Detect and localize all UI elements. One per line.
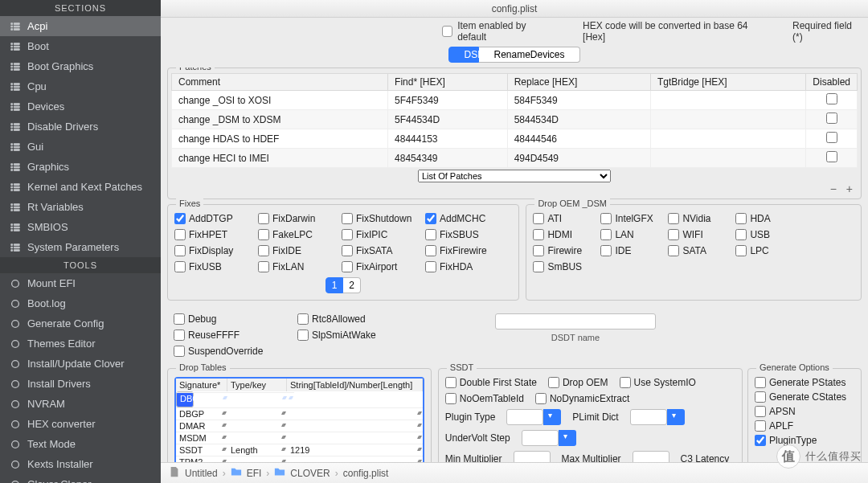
tab-renamedevices[interactable]: RenameDevices [479, 47, 579, 63]
droptable-row[interactable]: DMAR [176, 420, 423, 432]
sidebar-item-boot[interactable]: Boot [0, 36, 161, 56]
checkbox[interactable] [755, 420, 766, 432]
crumb-untitled[interactable]: Untitled [185, 468, 218, 479]
sidebar-item-rt-variables[interactable]: Rt Variables [0, 197, 161, 217]
droptable-row[interactable]: SSDTLength1219 [176, 444, 423, 456]
fix-fixdisplay[interactable]: FixDisplay [174, 245, 247, 256]
checkbox[interactable] [342, 229, 353, 240]
droptable-row[interactable]: DBGP [176, 407, 423, 420]
checkbox[interactable] [668, 229, 679, 240]
fix-fixhpet[interactable]: FixHPET [174, 229, 247, 240]
sidebar-item-disable-drivers[interactable]: Disable Drivers [0, 117, 161, 137]
fix-addmchc[interactable]: AddMCHC [425, 213, 497, 224]
checkbox[interactable] [258, 245, 269, 256]
patch-disabled-checkbox[interactable] [826, 93, 837, 104]
dropoem-lpc[interactable]: LPC [735, 245, 792, 256]
dropoem-ati[interactable]: ATI [533, 213, 589, 224]
sidebar-tool-kexts-installer[interactable]: Kexts Installer [0, 454, 161, 474]
col-comment[interactable]: Comment [172, 74, 388, 91]
checkbox[interactable] [174, 261, 186, 272]
sidebar-tool-install-drivers[interactable]: Install Drivers [0, 374, 161, 394]
checkbox[interactable] [533, 213, 544, 224]
checkbox[interactable] [600, 229, 612, 240]
sidebar-item-smbios[interactable]: SMBIOS [0, 217, 161, 237]
checkbox[interactable] [535, 393, 547, 404]
undervolt-dd[interactable] [559, 430, 576, 446]
sidebar-item-graphics[interactable]: Graphics [0, 157, 161, 177]
fix-fixusb[interactable]: FixUSB [174, 261, 247, 272]
patches-row[interactable]: change _OSI to XOSI5F4F5349584F5349 [172, 91, 858, 110]
patches-row[interactable]: change HECI to IMEI48454349494D4549 [172, 149, 858, 168]
sidebar-tool-clover-cloner[interactable]: Clover Cloner [0, 474, 161, 483]
dropoem-wifi[interactable]: WIFI [668, 229, 724, 240]
checkbox[interactable] [174, 346, 185, 357]
sidebar-tool-generate-config[interactable]: Generate Config [0, 313, 161, 334]
col-disabled[interactable]: Disabled [806, 74, 858, 91]
dt-col-sig[interactable]: Signature* [176, 379, 227, 391]
fix-fixide[interactable]: FixIDE [258, 245, 330, 256]
checkbox[interactable] [445, 393, 457, 404]
checkbox[interactable] [425, 245, 436, 256]
checkbox[interactable] [620, 377, 631, 388]
droptable-row[interactable]: TPM2 [176, 456, 423, 462]
checkbox[interactable] [258, 213, 269, 224]
crumb-efi[interactable]: EFI [247, 468, 262, 479]
checkbox[interactable] [297, 330, 309, 341]
dropoem-hdmi[interactable]: HDMI [533, 229, 589, 240]
sidebar-item-acpi[interactable]: Acpi [0, 16, 161, 36]
fix-fixairport[interactable]: FixAirport [342, 261, 414, 272]
dropoem-firewire[interactable]: Firewire [533, 245, 589, 256]
dropoem-smbus[interactable]: SmBUS [533, 261, 589, 272]
checkbox[interactable] [755, 406, 766, 417]
checkbox[interactable] [258, 229, 269, 240]
sidebar-tool-themes-editor[interactable]: Themes Editor [0, 334, 161, 354]
ssdt-nooemtableid[interactable]: NoOemTableId [445, 393, 524, 404]
patch-disabled-checkbox[interactable] [826, 132, 837, 143]
fixes-page-1[interactable]: 1 [326, 277, 343, 293]
plugin-type-input[interactable] [506, 409, 543, 425]
checkbox[interactable] [735, 245, 747, 256]
fix-fixsbus[interactable]: FixSBUS [425, 229, 497, 240]
misc-reuseffff[interactable]: ReuseFFFF [174, 330, 286, 341]
dropoem-usb[interactable]: USB [735, 229, 792, 240]
sidebar-item-kernel-and-kext-patches[interactable]: Kernel and Kext Patches [0, 177, 161, 197]
checkbox[interactable] [258, 261, 269, 272]
checkbox[interactable] [735, 229, 747, 240]
gen-aplf[interactable]: APLF [755, 420, 854, 432]
checkbox[interactable] [174, 229, 186, 240]
checkbox[interactable] [174, 313, 185, 325]
checkbox[interactable] [755, 377, 766, 388]
sidebar-tool-nvram[interactable]: NVRAM [0, 394, 161, 414]
ssdt-drop-oem[interactable]: Drop OEM [548, 377, 608, 388]
col-find[interactable]: Find* [HEX] [388, 74, 508, 91]
sidebar-tool-mount-efi[interactable]: Mount EFI [0, 273, 161, 293]
crumb-file[interactable]: config.plist [343, 468, 389, 479]
ssdt-double-first-state[interactable]: Double First State [445, 377, 537, 388]
checkbox[interactable] [342, 245, 353, 256]
dt-col-type[interactable]: Type/key [227, 379, 287, 391]
dropoem-intelgfx[interactable]: IntelGFX [600, 213, 657, 224]
dropoem-nvidia[interactable]: NVidia [668, 213, 724, 224]
checkbox[interactable] [533, 229, 544, 240]
fix-fixshutdown[interactable]: FixShutdown [342, 213, 414, 224]
dropoem-ide[interactable]: IDE [600, 245, 657, 256]
misc-slpsmiatwake[interactable]: SlpSmiAtWake [297, 330, 410, 341]
checkbox[interactable] [755, 391, 766, 403]
patches-add-remove[interactable]: − + [830, 182, 856, 195]
fixes-page-2[interactable]: 2 [343, 277, 361, 293]
misc-debug[interactable]: Debug [174, 313, 286, 325]
fix-fixsata[interactable]: FixSATA [342, 245, 414, 256]
fix-fakelpc[interactable]: FakeLPC [258, 229, 330, 240]
droptables-table[interactable]: Signature* Type/key String[TableId]/Numb… [174, 377, 424, 462]
checkbox[interactable] [174, 245, 186, 256]
gen-apsn[interactable]: APSN [755, 406, 854, 417]
fix-fixipic[interactable]: FixIPIC [342, 229, 414, 240]
sidebar-item-gui[interactable]: Gui [0, 137, 161, 157]
checkbox[interactable] [755, 435, 766, 446]
checkbox[interactable] [533, 261, 544, 272]
droptable-row[interactable]: MSDM [176, 432, 423, 444]
sidebar-item-devices[interactable]: Devices [0, 96, 161, 117]
checkbox[interactable] [342, 261, 353, 272]
dropoem-hda[interactable]: HDA [735, 213, 792, 224]
plugin-type-dd[interactable] [543, 409, 561, 425]
